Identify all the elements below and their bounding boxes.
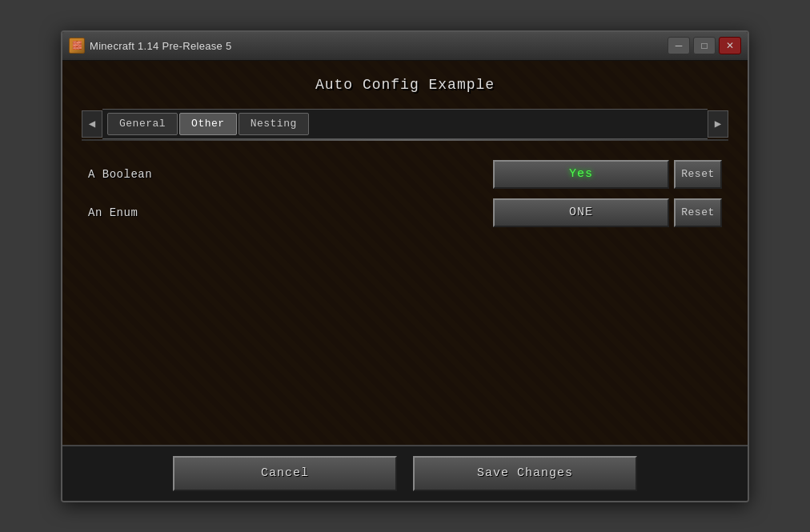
title-bar-left: 🧱 Minecraft 1.14 Pre-Release 5: [69, 38, 231, 54]
enum-reset-button[interactable]: Reset: [674, 198, 722, 227]
page-title: Auto Config Example: [82, 77, 728, 93]
setting-label-enum: An Enum: [88, 206, 493, 219]
content-area: Auto Config Example ◀ General Other Nest…: [62, 61, 748, 445]
save-button[interactable]: Save Changes: [413, 456, 637, 491]
setting-control-boolean: Yes Reset: [493, 160, 722, 189]
settings-area: A Boolean Yes Reset An Enum ONE Reset: [82, 154, 728, 432]
cancel-button[interactable]: Cancel: [173, 456, 397, 491]
setting-control-enum: ONE Reset: [493, 198, 722, 227]
main-window: 🧱 Minecraft 1.14 Pre-Release 5 ─ □ ✕ Aut…: [61, 30, 749, 502]
boolean-reset-button[interactable]: Reset: [674, 160, 722, 189]
title-bar-controls: ─ □ ✕: [668, 37, 741, 54]
setting-row-enum: An Enum ONE Reset: [82, 198, 728, 227]
tab-container: ◀ General Other Nesting ▶: [82, 109, 728, 139]
enum-toggle-button[interactable]: ONE: [493, 198, 669, 227]
maximize-button[interactable]: □: [693, 37, 716, 54]
bottom-actions: Cancel Save Changes: [62, 445, 748, 501]
tab-general[interactable]: General: [107, 113, 178, 135]
tab-nesting[interactable]: Nesting: [239, 113, 309, 135]
setting-label-boolean: A Boolean: [88, 168, 493, 181]
minimize-button[interactable]: ─: [668, 37, 690, 54]
window-title: Minecraft 1.14 Pre-Release 5: [90, 40, 231, 52]
tab-right-arrow[interactable]: ▶: [708, 110, 728, 138]
tab-left-arrow[interactable]: ◀: [82, 110, 102, 138]
tabs-wrapper: General Other Nesting: [102, 109, 708, 139]
close-button[interactable]: ✕: [719, 37, 741, 54]
boolean-toggle-button[interactable]: Yes: [493, 160, 669, 189]
app-icon: 🧱: [69, 38, 85, 54]
tab-divider: [82, 139, 728, 141]
tab-other[interactable]: Other: [179, 113, 237, 135]
title-bar: 🧱 Minecraft 1.14 Pre-Release 5 ─ □ ✕: [62, 32, 748, 61]
setting-row-boolean: A Boolean Yes Reset: [82, 160, 728, 189]
